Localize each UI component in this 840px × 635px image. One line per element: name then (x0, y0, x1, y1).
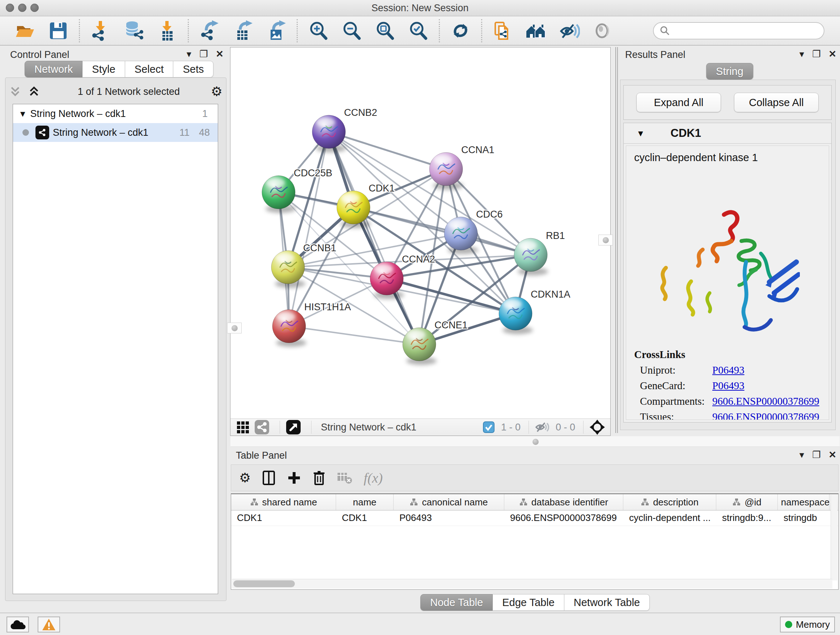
crosslink-link[interactable]: P06493 (712, 380, 745, 392)
panel-menu-icon[interactable]: ▾ (799, 449, 804, 461)
node-CCNB1[interactable] (271, 250, 305, 288)
node-CDKN1A[interactable] (499, 297, 533, 334)
node-HIST1H1A[interactable] (272, 310, 306, 347)
copy-share-icon[interactable] (493, 20, 513, 41)
network-canvas[interactable]: CCNB2CCNA1CDC25BCDK1CDC6RB1CCNB1CCNA2CDK… (231, 48, 610, 418)
node-RB1[interactable] (514, 238, 548, 276)
memory-label: Memory (796, 619, 830, 630)
scrollbar-thumb[interactable] (233, 580, 295, 587)
node-CDK1[interactable] (337, 191, 371, 228)
table-settings-icon[interactable]: ⚙ (239, 470, 251, 486)
edge-CCNA1-CCNB2[interactable] (329, 132, 446, 169)
column-header-shared-name[interactable]: shared name (231, 494, 336, 510)
column-header-namespace[interactable]: namespace (778, 494, 829, 510)
refresh-icon[interactable] (450, 20, 471, 41)
tab-network-table[interactable]: Network Table (564, 594, 650, 611)
panel-close-icon[interactable]: ✕ (829, 449, 836, 461)
node-CCNB2[interactable] (312, 115, 346, 152)
tab-select[interactable]: Select (125, 61, 174, 78)
hide-eye-icon[interactable] (559, 20, 580, 41)
zoom-in-icon[interactable] (308, 20, 329, 41)
cloud-button[interactable] (6, 616, 29, 632)
edge-CCNE1-HIST1H1A[interactable] (289, 326, 419, 344)
import-table-icon[interactable] (156, 20, 178, 41)
zoom-out-icon[interactable] (341, 20, 362, 41)
table-cell[interactable]: CDK1 (231, 510, 336, 526)
collection-expander-icon[interactable]: ▾ (20, 108, 25, 119)
panel-close-icon[interactable]: ✕ (216, 49, 224, 60)
birdseye-icon[interactable] (589, 419, 605, 435)
search-input[interactable] (670, 25, 824, 36)
zoom-selected-icon[interactable] (408, 20, 429, 41)
table-horizontal-scrollbar[interactable] (232, 579, 832, 589)
tab-string[interactable]: String (706, 63, 753, 80)
crosslink-link[interactable]: P06493 (712, 364, 745, 376)
open-session-icon[interactable] (14, 20, 35, 41)
export-network-icon[interactable] (199, 20, 220, 41)
collapse-all-button[interactable]: Collapse All (734, 93, 819, 112)
show-columns-icon[interactable] (262, 470, 276, 486)
import-network-icon[interactable] (90, 20, 111, 41)
node-CDC25B[interactable] (262, 176, 296, 213)
crosslink-link[interactable]: 9606.ENSP00000378699 (712, 395, 819, 407)
main-toolbar: ? (0, 16, 840, 46)
expand-all-button[interactable]: Expand All (636, 93, 721, 112)
tab-edge-table[interactable]: Edge Table (493, 594, 564, 611)
table-row[interactable]: CDK1CDK1P064939606.ENSP00000378699cyclin… (231, 510, 838, 526)
delete-column-icon[interactable] (312, 470, 326, 486)
table-cell[interactable]: stringdb:9... (716, 510, 778, 526)
table-cell[interactable]: P06493 (393, 510, 504, 526)
gear-icon[interactable]: ⚙ (211, 84, 223, 99)
panel-float-icon[interactable]: ❐ (199, 49, 208, 60)
expand-all-icon[interactable] (28, 86, 40, 98)
table-vertical-scrollbar[interactable] (831, 495, 837, 580)
search-field[interactable] (653, 22, 824, 40)
node-CCNE1[interactable] (403, 328, 437, 365)
right-splitter-handle[interactable] (598, 234, 613, 245)
column-header-description[interactable]: description (623, 494, 716, 510)
panel-float-icon[interactable]: ❐ (812, 449, 821, 461)
node-CCNA2[interactable] (370, 262, 404, 299)
edge-CCNB2-HIST1H1A[interactable] (289, 132, 329, 326)
export-image-icon[interactable] (265, 20, 286, 41)
zoom-fit-icon[interactable] (374, 20, 395, 41)
add-column-icon[interactable] (287, 470, 302, 486)
tab-network[interactable]: Network (25, 61, 82, 78)
table-cell[interactable]: stringdb (778, 510, 829, 526)
selected-checkbox-icon[interactable] (483, 421, 494, 433)
section-expander-icon[interactable]: ▾ (638, 127, 643, 139)
network-thumbnail-icon[interactable] (254, 420, 270, 435)
node-CCNA1[interactable] (429, 152, 463, 190)
detach-view-icon[interactable] (286, 420, 301, 435)
splitter-dot[interactable] (532, 439, 538, 445)
import-database-icon[interactable] (123, 20, 144, 41)
node-CDC6[interactable] (444, 217, 478, 254)
network-row[interactable]: String Network – cdk1 11 48 (13, 123, 218, 142)
panel-close-icon[interactable]: ✕ (829, 49, 836, 60)
memory-button[interactable]: Memory (780, 616, 835, 632)
node-table[interactable]: shared namenamecanonical namedatabase id… (231, 494, 838, 590)
column-header-database-identifier[interactable]: database identifier (504, 494, 623, 510)
tab-node-table[interactable]: Node Table (420, 594, 493, 611)
column-header-name[interactable]: name (336, 494, 393, 510)
table-cell[interactable]: 9606.ENSP00000378699 (504, 510, 623, 526)
table-cell[interactable]: cyclin-dependent ... (623, 510, 716, 526)
left-splitter-handle[interactable] (227, 323, 242, 333)
panel-menu-icon[interactable]: ▾ (799, 49, 804, 60)
home-icon[interactable] (526, 20, 546, 41)
panel-float-icon[interactable]: ❐ (812, 49, 821, 60)
column-header--id[interactable]: @id (716, 494, 778, 510)
table-cell[interactable]: CDK1 (336, 510, 393, 526)
warning-button[interactable] (38, 616, 60, 632)
tab-style[interactable]: Style (82, 61, 125, 78)
grid-view-icon[interactable] (235, 420, 250, 434)
crosslink-link[interactable]: 9606.ENSP00000378699 (712, 411, 819, 420)
export-table-icon[interactable] (232, 20, 253, 41)
panel-menu-icon[interactable]: ▾ (187, 49, 191, 60)
show-eye-icon[interactable] (592, 20, 613, 41)
network-collection-row[interactable]: ▾ String Network – cdk1 1 (13, 104, 218, 123)
collapse-all-icon[interactable] (9, 86, 21, 98)
tab-sets[interactable]: Sets (173, 61, 213, 78)
column-header-canonical-name[interactable]: canonical name (393, 494, 504, 510)
save-session-icon[interactable] (48, 20, 69, 41)
